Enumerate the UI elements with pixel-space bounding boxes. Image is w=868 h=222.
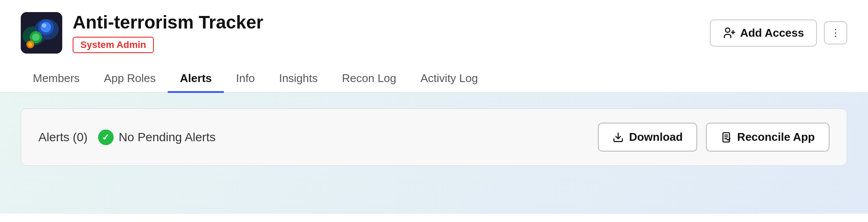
svg-point-7 bbox=[32, 33, 40, 41]
add-person-icon bbox=[723, 26, 736, 39]
app-icon bbox=[21, 12, 62, 54]
svg-point-4 bbox=[41, 22, 51, 32]
tab-insights[interactable]: Insights bbox=[267, 66, 330, 93]
alerts-status-text: No Pending Alerts bbox=[119, 130, 216, 144]
tab-activity-log[interactable]: Activity Log bbox=[408, 66, 490, 93]
app-title-block: Anti-terrorism Tracker System Admin bbox=[73, 13, 263, 53]
add-access-button[interactable]: Add Access bbox=[710, 19, 817, 47]
app-header: Anti-terrorism Tracker System Admin Add … bbox=[0, 0, 868, 54]
tab-info[interactable]: Info bbox=[224, 66, 267, 93]
tab-alerts[interactable]: Alerts bbox=[168, 66, 224, 93]
add-access-label: Add Access bbox=[740, 26, 804, 40]
alerts-count: Alerts (0) bbox=[38, 130, 88, 144]
download-label: Download bbox=[629, 130, 683, 144]
tab-recon-log[interactable]: Recon Log bbox=[330, 66, 408, 93]
tab-members[interactable]: Members bbox=[21, 66, 92, 93]
content-area: Alerts (0) No Pending Alerts Download bbox=[0, 93, 868, 214]
download-icon bbox=[613, 132, 624, 143]
more-options-button[interactable]: ⋮ bbox=[824, 21, 847, 44]
nav-tabs: Members App Roles Alerts Info Insights R… bbox=[0, 66, 868, 93]
svg-point-14 bbox=[725, 28, 730, 32]
tab-app-roles[interactable]: App Roles bbox=[92, 66, 168, 93]
alerts-card: Alerts (0) No Pending Alerts Download bbox=[21, 108, 847, 166]
alerts-left: Alerts (0) No Pending Alerts bbox=[38, 130, 216, 145]
download-button[interactable]: Download bbox=[598, 123, 697, 152]
svg-point-5 bbox=[42, 23, 46, 28]
app-title: Anti-terrorism Tracker bbox=[73, 13, 263, 32]
reconcile-icon bbox=[721, 132, 732, 143]
check-circle-icon bbox=[98, 130, 114, 145]
reconcile-button[interactable]: Reconcile App bbox=[706, 123, 830, 152]
alerts-status: No Pending Alerts bbox=[98, 130, 216, 145]
system-admin-badge: System Admin bbox=[73, 37, 154, 53]
svg-point-13 bbox=[28, 42, 32, 47]
reconcile-label: Reconcile App bbox=[737, 130, 815, 144]
more-icon: ⋮ bbox=[830, 27, 841, 39]
alerts-right: Download Reconcile App bbox=[598, 123, 830, 152]
header-left: Anti-terrorism Tracker System Admin bbox=[21, 12, 263, 54]
header-right: Add Access ⋮ bbox=[710, 19, 847, 47]
